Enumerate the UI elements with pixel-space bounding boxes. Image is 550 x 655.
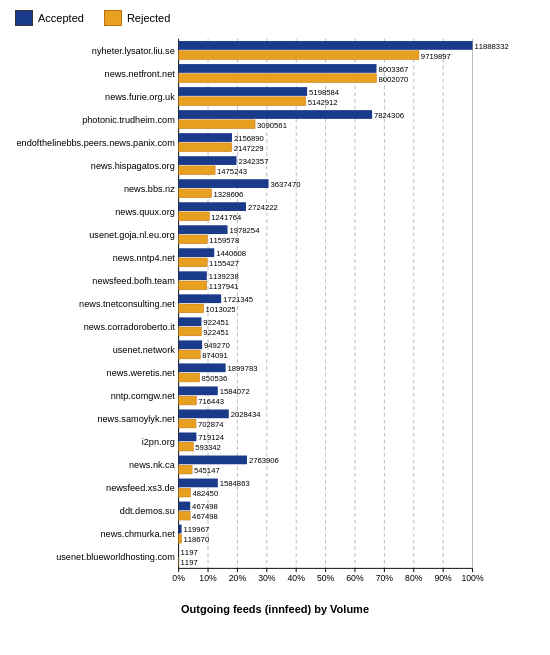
svg-text:news.corradoroberto.it: news.corradoroberto.it <box>84 322 176 332</box>
svg-text:i2pn.org: i2pn.org <box>142 437 175 447</box>
svg-text:719124: 719124 <box>198 433 224 442</box>
svg-rect-73 <box>179 327 202 336</box>
svg-rect-68 <box>179 304 204 313</box>
svg-rect-107 <box>179 479 218 488</box>
svg-text:1013025: 1013025 <box>206 305 236 314</box>
svg-text:1137941: 1137941 <box>209 282 239 291</box>
svg-text:1155427: 1155427 <box>209 259 239 268</box>
svg-text:2147229: 2147229 <box>234 144 264 153</box>
svg-text:nntp.comgw.net: nntp.comgw.net <box>111 391 176 401</box>
svg-rect-52 <box>179 225 228 234</box>
svg-text:1197: 1197 <box>181 558 198 567</box>
svg-text:1159578: 1159578 <box>209 236 239 245</box>
svg-text:90%: 90% <box>434 573 452 583</box>
svg-rect-102 <box>179 456 247 465</box>
svg-text:1197: 1197 <box>181 548 198 557</box>
svg-text:news.quux.org: news.quux.org <box>115 207 175 217</box>
svg-text:news.chmurka.net: news.chmurka.net <box>100 529 175 539</box>
svg-text:usenet.network: usenet.network <box>113 345 176 355</box>
svg-rect-97 <box>179 433 197 442</box>
svg-rect-77 <box>179 340 202 349</box>
svg-text:usenet.goja.nl.eu.org: usenet.goja.nl.eu.org <box>89 230 175 240</box>
svg-text:news.nntp4.net: news.nntp4.net <box>113 253 176 263</box>
svg-text:news.hispagatos.org: news.hispagatos.org <box>91 161 175 171</box>
svg-rect-12 <box>179 41 473 50</box>
svg-rect-62 <box>179 271 207 280</box>
svg-text:1475243: 1475243 <box>217 167 247 176</box>
svg-text:5142912: 5142912 <box>308 98 338 107</box>
svg-text:118670: 118670 <box>183 535 209 544</box>
svg-text:news.nk.ca: news.nk.ca <box>129 460 176 470</box>
bar-chart: nyheter.lysator.liu.se118883329719897new… <box>10 34 540 597</box>
svg-text:922451: 922451 <box>203 328 229 337</box>
svg-rect-117 <box>179 525 182 534</box>
svg-rect-47 <box>179 202 246 211</box>
legend-accepted-box <box>15 10 33 26</box>
svg-rect-53 <box>179 235 208 244</box>
svg-text:467498: 467498 <box>192 502 218 511</box>
svg-text:1241764: 1241764 <box>211 213 242 222</box>
svg-rect-58 <box>179 258 208 267</box>
svg-rect-37 <box>179 156 237 165</box>
svg-text:100%: 100% <box>461 573 483 583</box>
svg-text:2342357: 2342357 <box>238 157 268 166</box>
legend-accepted-label: Accepted <box>38 12 84 24</box>
svg-text:702874: 702874 <box>198 420 224 429</box>
svg-text:545147: 545147 <box>194 466 220 475</box>
svg-text:11888332: 11888332 <box>474 42 508 51</box>
svg-text:8003367: 8003367 <box>378 65 408 74</box>
svg-rect-103 <box>179 465 192 474</box>
svg-text:1139238: 1139238 <box>209 272 239 281</box>
svg-text:5198584: 5198584 <box>309 88 340 97</box>
svg-text:usenet.blueworldhosting.com: usenet.blueworldhosting.com <box>56 552 175 562</box>
svg-text:949270: 949270 <box>204 341 230 350</box>
svg-text:endofthelinebbs.peers.news.pan: endofthelinebbs.peers.news.panix.com <box>17 138 175 148</box>
svg-rect-27 <box>179 110 372 119</box>
svg-rect-108 <box>179 488 191 497</box>
svg-text:80%: 80% <box>405 573 423 583</box>
svg-text:news.furie.org.uk: news.furie.org.uk <box>105 92 175 102</box>
svg-text:0%: 0% <box>172 573 185 583</box>
chart-title: Outgoing feeds (innfeed) by Volume <box>10 603 540 615</box>
svg-text:922451: 922451 <box>203 318 229 327</box>
svg-text:2156890: 2156890 <box>234 134 264 143</box>
svg-text:news.netfront.net: news.netfront.net <box>105 69 176 79</box>
legend-rejected-label: Rejected <box>127 12 170 24</box>
svg-text:photonic.trudheim.com: photonic.trudheim.com <box>82 115 175 125</box>
svg-text:ddt.demos.su: ddt.demos.su <box>120 506 175 516</box>
svg-rect-43 <box>179 189 212 198</box>
svg-rect-88 <box>179 396 197 405</box>
svg-text:70%: 70% <box>376 573 394 583</box>
legend-rejected: Rejected <box>104 10 170 26</box>
svg-text:8002070: 8002070 <box>378 75 408 84</box>
svg-rect-18 <box>179 74 377 83</box>
svg-text:news.bbs.nz: news.bbs.nz <box>124 184 175 194</box>
svg-text:nyheter.lysator.liu.se: nyheter.lysator.liu.se <box>92 46 175 56</box>
svg-text:40%: 40% <box>288 573 306 583</box>
svg-rect-82 <box>179 363 226 372</box>
svg-text:30%: 30% <box>258 573 276 583</box>
svg-rect-48 <box>179 212 210 221</box>
legend-accepted: Accepted <box>15 10 84 26</box>
svg-rect-63 <box>179 281 207 290</box>
svg-rect-83 <box>179 373 200 382</box>
svg-text:716443: 716443 <box>198 397 224 406</box>
svg-text:newsfeed.bofh.team: newsfeed.bofh.team <box>92 276 174 286</box>
legend: Accepted Rejected <box>10 10 540 26</box>
svg-text:newsfeed.xs3.de: newsfeed.xs3.de <box>106 483 175 493</box>
svg-text:3637470: 3637470 <box>270 180 300 189</box>
svg-rect-118 <box>179 534 182 543</box>
svg-text:2724222: 2724222 <box>248 203 278 212</box>
svg-text:7824306: 7824306 <box>374 111 404 120</box>
svg-rect-38 <box>179 166 215 175</box>
svg-text:news.tnetconsulting.net: news.tnetconsulting.net <box>79 299 175 309</box>
svg-rect-22 <box>179 87 308 96</box>
svg-text:874091: 874091 <box>202 351 228 360</box>
svg-text:news.samoylyk.net: news.samoylyk.net <box>97 414 175 424</box>
svg-text:467498: 467498 <box>192 512 218 521</box>
svg-text:1899783: 1899783 <box>228 364 258 373</box>
svg-rect-87 <box>179 386 218 395</box>
svg-text:2028434: 2028434 <box>231 410 262 419</box>
svg-text:1328606: 1328606 <box>213 190 243 199</box>
svg-text:850536: 850536 <box>202 374 228 383</box>
